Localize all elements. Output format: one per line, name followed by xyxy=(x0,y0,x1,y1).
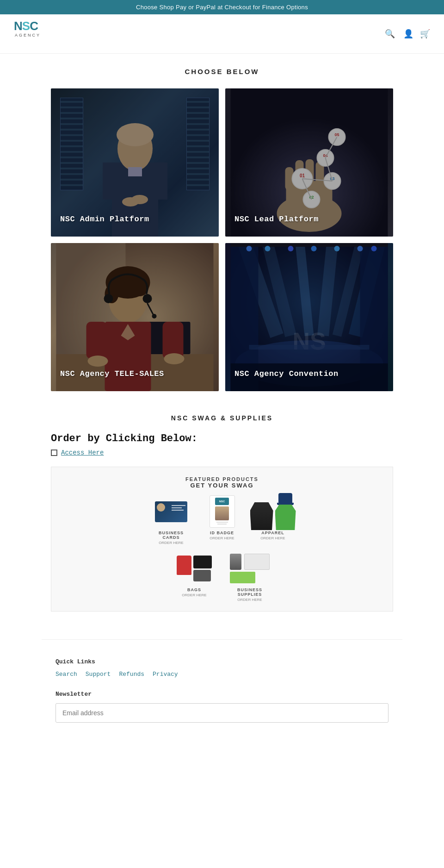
swag-product-name-bags: BAGS xyxy=(173,587,215,592)
quick-link-refunds[interactable]: Refunds xyxy=(119,671,144,678)
bags-img xyxy=(173,552,215,585)
bag-group xyxy=(177,556,212,581)
header: NSC AGENCY 🔍 👤 🛒 xyxy=(0,14,444,54)
order-heading: Order by Clicking Below: xyxy=(51,433,393,444)
id-badge-line-2 xyxy=(217,524,227,525)
biz-card-lines xyxy=(172,505,185,511)
swag-product-name-0: BUSINESS CARDS xyxy=(150,531,192,540)
biz-card-mockup xyxy=(155,501,187,522)
black-bags xyxy=(193,556,212,581)
swag-product-sub-2: ORDER HERE xyxy=(252,536,294,540)
platform-grid: NSC Admin Platform xyxy=(51,88,393,391)
biz-line-2 xyxy=(172,507,182,508)
logo-tagline: AGENCY xyxy=(14,33,42,37)
bag-black-1 xyxy=(193,556,212,568)
announcement-bar: Choose Shop Pay or PayPal at Checkout fo… xyxy=(0,0,444,14)
swag-product-name-2: APPAREL xyxy=(252,531,294,535)
hat-shirt-group xyxy=(275,493,296,530)
search-icon[interactable]: 🔍 xyxy=(385,29,395,39)
account-icon[interactable]: 👤 xyxy=(403,29,413,39)
swag-product-supplies[interactable]: BUSINESS SUPPLIES ORDER HERE xyxy=(229,552,271,602)
id-badge-top: NSC xyxy=(215,498,229,505)
id-badge-img: NSC xyxy=(201,495,243,528)
platform-card-telesales[interactable]: NSC Agency TELE-SALES xyxy=(51,243,219,391)
card-convention-overlay xyxy=(225,243,393,391)
swag-products-row-2: BAGS ORDER HERE BUSINESS SUPPLIES xyxy=(61,552,383,602)
swag-product-name-supplies: BUSINESS SUPPLIES xyxy=(229,587,271,597)
platform-card-lead[interactable]: 01 02 03 04 05 xyxy=(225,88,393,237)
supplies-img xyxy=(229,552,271,585)
quick-link-privacy[interactable]: Privacy xyxy=(153,671,178,678)
access-here-link[interactable]: Access Here xyxy=(61,449,104,456)
quick-links-row: Search Support Refunds Privacy xyxy=(56,671,388,678)
header-icons: 🔍 👤 🛒 xyxy=(385,29,430,39)
quick-link-support[interactable]: Support xyxy=(86,671,111,678)
apparel-group xyxy=(250,493,296,530)
swag-title: NSC SWAG & SUPPLIES xyxy=(51,414,393,422)
swag-get-label: GET YOUR SWAG xyxy=(61,482,383,489)
backpack-red xyxy=(177,556,191,575)
newsletter-title: Newsletter xyxy=(56,691,388,698)
logo-box: NSC AGENCY xyxy=(14,20,42,48)
quick-link-search[interactable]: Search xyxy=(56,671,77,678)
swag-product-id-badge[interactable]: NSC ID BADGE ORDER HERE xyxy=(201,495,243,545)
supplies-green xyxy=(230,572,255,583)
swag-product-name-1: ID BADGE xyxy=(201,531,243,535)
shirt-item xyxy=(275,505,296,530)
card-admin-overlay xyxy=(51,88,219,237)
swag-product-sub-1: ORDER HERE xyxy=(201,536,243,540)
announcement-text: Choose Shop Pay or PayPal at Checkout fo… xyxy=(136,4,308,11)
supplies-card xyxy=(244,554,270,570)
swag-products-row-1: BUSINESS CARDS ORDER HERE NSC xyxy=(61,495,383,545)
swag-product-bags[interactable]: BAGS ORDER HERE xyxy=(173,552,215,602)
logo-letters: NSC xyxy=(14,20,42,32)
card-telesales-label: NSC Agency TELE-SALES xyxy=(60,369,164,378)
supplies-mug xyxy=(230,554,241,570)
main-content: CHOOSE BELOW xyxy=(42,54,402,639)
biz-line-1 xyxy=(172,505,185,506)
header-right-icons: 👤 🛒 xyxy=(403,29,430,39)
supplies-top-row xyxy=(230,554,270,570)
id-badge-logo: NSC xyxy=(219,500,225,503)
swag-header-text: FEATURED PRODUCTS GET YOUR SWAG xyxy=(61,476,383,489)
swag-product-biz-cards[interactable]: BUSINESS CARDS ORDER HERE xyxy=(150,495,192,545)
choose-below-title: CHOOSE BELOW xyxy=(51,68,393,75)
footer-content: Quick Links Search Support Refunds Priva… xyxy=(42,639,402,737)
logo[interactable]: NSC AGENCY xyxy=(14,20,42,48)
id-badge-line-1 xyxy=(216,522,228,523)
card-convention-label: NSC Agency Convention xyxy=(234,369,339,378)
quick-links-title: Quick Links xyxy=(56,658,388,665)
id-badge-mockup: NSC xyxy=(210,495,235,528)
card-admin-label: NSC Admin Platform xyxy=(60,215,149,224)
swag-image-mockup: FEATURED PRODUCTS GET YOUR SWAG xyxy=(51,467,393,612)
swag-featured-label: FEATURED PRODUCTS xyxy=(61,476,383,482)
swag-product-apparel[interactable]: APPAREL ORDER HERE xyxy=(252,495,294,545)
footer: Quick Links Search Support Refunds Priva… xyxy=(0,639,444,737)
cart-icon[interactable]: 🛒 xyxy=(420,29,430,39)
access-link-row: Access Here xyxy=(51,449,393,456)
email-input[interactable] xyxy=(56,703,388,723)
platform-card-admin[interactable]: NSC Admin Platform xyxy=(51,88,219,237)
swag-product-sub-supplies: ORDER HERE xyxy=(229,598,271,602)
card-lead-overlay xyxy=(225,88,393,237)
biz-card-img xyxy=(150,495,192,528)
swag-section: NSC SWAG & SUPPLIES Order by Clicking Be… xyxy=(51,414,393,612)
card-lead-label: NSC Lead Platform xyxy=(234,215,319,224)
bag-black-2 xyxy=(193,570,211,581)
jacket-item xyxy=(250,502,273,530)
biz-line-3 xyxy=(172,510,184,511)
platform-card-convention[interactable]: NS NSC Agency Convention xyxy=(225,243,393,391)
biz-card-photo xyxy=(157,503,165,512)
swag-product-sub-bags: ORDER HERE xyxy=(173,593,215,597)
hat-item xyxy=(278,493,292,503)
apparel-img xyxy=(252,495,294,528)
card-telesales-overlay xyxy=(51,243,219,391)
supplies-group xyxy=(230,554,270,583)
swag-product-sub-0: ORDER HERE xyxy=(150,541,192,545)
access-icon xyxy=(51,450,57,456)
id-badge-photo xyxy=(215,506,229,520)
